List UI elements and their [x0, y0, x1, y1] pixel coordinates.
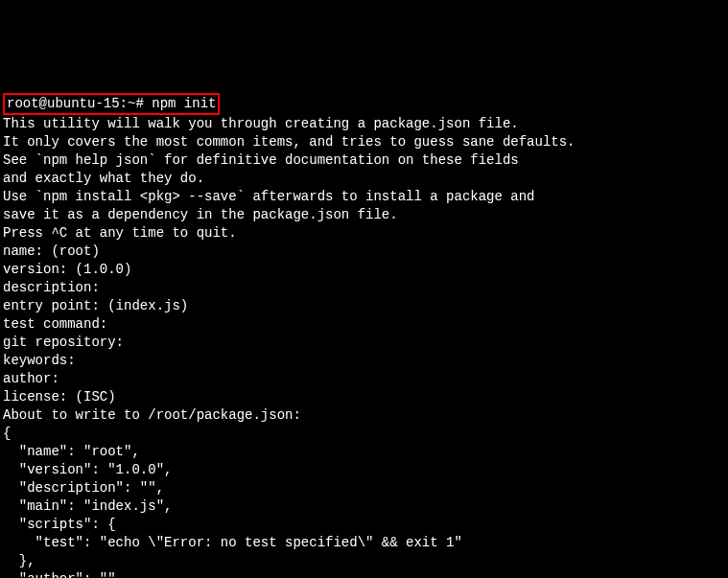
prompt-version: version: (1.0.0)	[3, 261, 725, 279]
json-line: },	[3, 552, 725, 570]
prompt-description: description:	[3, 279, 725, 297]
prompt-name: name: (root)	[3, 243, 725, 261]
output-line: About to write to /root/package.json:	[3, 406, 725, 425]
output-line: It only covers the most common items, an…	[3, 133, 725, 151]
json-line: "main": "index.js",	[3, 497, 725, 516]
command-text: npm init	[152, 96, 216, 111]
output-line: Use `npm install <pkg> --save` afterward…	[3, 188, 725, 206]
json-line: "author": "",	[3, 570, 725, 578]
json-line: "version": "1.0.0",	[3, 461, 725, 479]
command-line-1: root@ubuntu-15:~# npm init	[3, 93, 725, 115]
highlighted-command: root@ubuntu-15:~# npm init	[3, 93, 220, 115]
prompt-git-repository: git repository:	[3, 334, 725, 352]
output-line: and exactly what they do.	[3, 170, 725, 188]
prompt-license: license: (ISC)	[3, 388, 725, 406]
terminal-window[interactable]: root@ubuntu-15:~# npm initThis utility w…	[0, 91, 728, 578]
prompt-test-command: test command:	[3, 315, 725, 334]
json-line: {	[3, 425, 725, 443]
shell-prompt: root@ubuntu-15:~#	[7, 96, 152, 111]
prompt-author: author:	[3, 370, 725, 388]
prompt-keywords: keywords:	[3, 352, 725, 370]
json-line: "test": "echo \"Error: no test specified…	[3, 534, 725, 552]
json-line: "name": "root",	[3, 443, 725, 461]
output-line: See `npm help json` for definitive docum…	[3, 151, 725, 170]
json-line: "description": "",	[3, 479, 725, 497]
prompt-entry-point: entry point: (index.js)	[3, 297, 725, 315]
output-line: save it as a dependency in the package.j…	[3, 206, 725, 224]
output-line: This utility will walk you through creat…	[3, 115, 725, 133]
output-line: Press ^C at any time to quit.	[3, 224, 725, 243]
json-line: "scripts": {	[3, 516, 725, 534]
